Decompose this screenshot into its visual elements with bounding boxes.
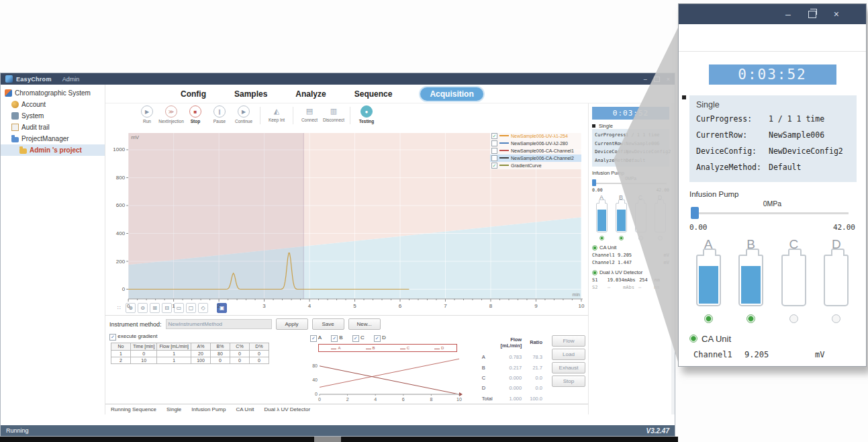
table-row: A0.78378.3 [478,352,546,362]
minimize-icon[interactable]: – [785,9,791,19]
minimize-icon[interactable]: – [644,76,647,83]
disconnect-icon: ▥ [328,105,339,116]
tab-dual-uv-detector[interactable]: Dual λ UV Detector [264,406,310,412]
flow-button[interactable]: Flow [552,335,585,347]
next-injection-button[interactable]: ≫ NextInjection [159,105,183,124]
bottle-led[interactable] [599,236,604,240]
pressure-slider[interactable]: 0MPa [689,201,855,221]
bottle [738,255,763,306]
svg-text:10: 10 [456,397,462,402]
scrollbar[interactable] [671,103,675,414]
gradient-table[interactable]: No Time [min] Flow [mL/min] A% B% C% D% [111,343,269,364]
flask-icon: ◭ [271,105,282,116]
sidebar-item-system[interactable]: System [1,110,105,122]
menu-acquisition-active[interactable]: Acquisition [420,87,483,101]
channel-a-checkbox[interactable]: ✓ [310,335,317,342]
legend-item[interactable]: NewSample006-CA-Channel2 [490,154,581,162]
testing-button[interactable]: ● Testing [354,105,379,124]
restore-icon[interactable] [654,77,660,82]
restore-icon[interactable] [808,11,816,18]
bottle-c: C [632,194,648,240]
run-button[interactable]: ▶ Run [135,105,159,124]
bottle-led[interactable] [746,314,755,323]
disconnect-button[interactable]: ▥ Disconnect [322,105,346,122]
tab-single[interactable]: Single [166,406,181,412]
series-swatch [499,135,509,136]
menu-samples[interactable]: Samples [234,89,267,99]
checkbox-icon[interactable] [491,148,497,154]
version-label: V3.2.47 [646,427,669,435]
legend-item[interactable]: NewSample006-CA-Channel1 [490,147,581,154]
bottle-led[interactable] [658,236,663,240]
execute-gradient-checkbox[interactable]: ✓ [109,334,116,341]
bottle-led[interactable] [704,314,713,323]
chromatogram-chart[interactable]: 01234567891002004006008001000mVmin ✓ New… [105,129,588,301]
sidebar-item-admin-project[interactable]: Admin 's project [1,144,105,156]
svg-text:9: 9 [534,303,538,309]
stop-flow-button[interactable]: Stop [552,375,585,387]
channel-d-checkbox[interactable]: ✓ [374,335,381,342]
bottle-led[interactable] [638,236,643,240]
pause-button[interactable]: ∥ Pause [207,105,232,124]
close-icon[interactable]: × [834,9,839,19]
bottle-led[interactable] [832,314,840,323]
legend-item[interactable]: ✓ NewSample006-UV-λ1-254 [490,132,581,140]
keep-int-button[interactable]: ◭ Keep Int [264,105,289,122]
channel-b-checkbox[interactable]: ✓ [331,335,338,342]
apply-button[interactable]: Apply [276,318,308,330]
single-section-title: Single [599,123,613,129]
run-icon: ▶ [141,105,153,118]
menu-sequence[interactable]: Sequence [354,89,393,99]
continue-button[interactable]: ▶ Continue [232,105,256,124]
channel-c-checkbox[interactable]: ✓ [352,335,359,342]
tab-infusion-pump[interactable]: Infusion Pump [191,406,226,412]
bottle [824,255,849,306]
chart-legend: ✓ NewSample006-UV-λ1-254 NewSample006-UV… [490,132,581,169]
save-button[interactable]: Save [312,318,344,330]
legend-item[interactable]: NewSample006-UV-λ2-280 [490,140,581,147]
svg-text:0: 0 [315,392,318,396]
sidebar-item-audit-trail[interactable]: Audit trail [1,122,105,133]
toolbar-separator [260,107,260,124]
checkbox-icon[interactable]: ✓ [491,163,497,169]
legend-item[interactable]: ✓ GradientCurve [490,162,581,169]
menu-config[interactable]: Config [181,89,206,99]
solvent-bottles: A B C [592,194,669,240]
single-info-box: CurProgress:1 / 1 1 time CurrentRow:NewS… [592,129,669,167]
svg-text:6: 6 [402,397,405,402]
table-row: 1 0 1 20 80 0 0 [111,350,269,357]
stop-button[interactable]: ■ Stop [183,105,207,124]
slider-handle-icon[interactable] [592,179,596,186]
flow-readout-section: Flow [mL/min] Ratio A0.78378.3 B0.21721.… [470,333,585,404]
pressure-slider[interactable]: 0MPa [592,177,669,187]
expander-icon[interactable] [682,95,686,99]
expander-icon[interactable] [592,124,595,128]
sidebar-item-account[interactable]: Account [1,99,105,110]
solvent-bottles: A B C D [689,237,855,323]
menu-analyze[interactable]: Analyze [295,89,326,99]
bottle-led[interactable] [789,314,798,323]
exhaust-button[interactable]: Exhaust [552,362,585,373]
close-icon[interactable]: × [667,76,670,83]
gradient-section: ✓ execute gradient No Time [min] Flow [m… [109,333,298,404]
checkbox-icon[interactable] [491,140,497,146]
checkbox-icon[interactable]: ✓ [491,133,497,139]
sidebar-item-project-manager[interactable]: ProjectManager [1,133,105,144]
tab-running-sequence[interactable]: Running Sequence [111,406,156,412]
svg-text:200: 200 [116,258,126,264]
continue-icon: ▶ [238,105,250,118]
svg-text:min: min [573,292,580,297]
instrument-method-input[interactable]: NewInstrumentMethod [166,319,272,329]
tab-ca-unit[interactable]: CA Unit [236,406,254,412]
uv-channel-row: S2— mAbs— nm [592,285,669,290]
slider-handle-icon[interactable] [691,207,699,219]
table-row: 2 10 1 100 0 0 0 [111,357,269,363]
next-injection-icon: ≫ [165,105,177,118]
connect-button[interactable]: ▤ Connect [297,105,322,122]
bottle [696,255,721,306]
bottle-led[interactable] [619,236,624,240]
sidebar-item-chromatographic-system[interactable]: Chromatographic System [1,87,105,99]
load-button[interactable]: Load [552,349,585,360]
checkbox-icon[interactable] [491,155,497,161]
new-method-button[interactable]: New... [348,318,381,330]
